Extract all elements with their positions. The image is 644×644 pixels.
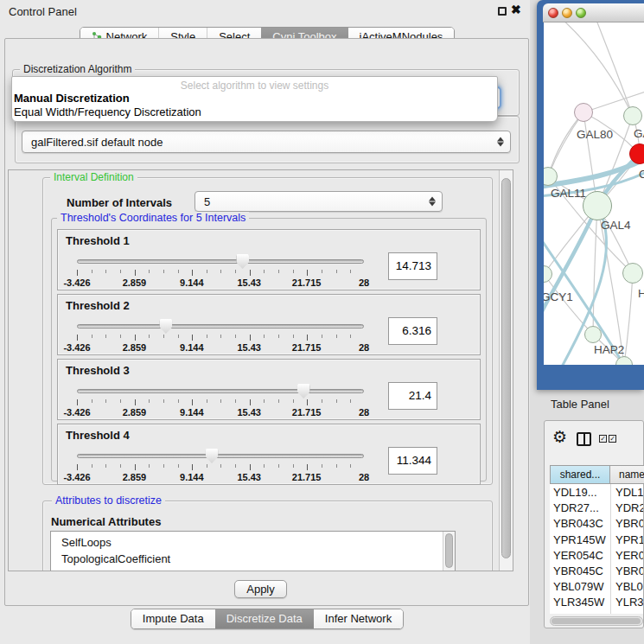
cell-name: YLR3 xyxy=(615,596,643,609)
threshold-4-label: Threshold 4 xyxy=(66,429,130,442)
table-row[interactable]: YER054CYER0 xyxy=(550,549,643,565)
threshold-1-value-field[interactable]: 14.713 xyxy=(388,252,437,280)
threshold-2-slider[interactable]: -3.4262.8599.14415.4321.71528 xyxy=(77,317,364,352)
tick-label: 2.859 xyxy=(123,407,147,418)
network-canvas[interactable]: GAL80GACGAL11GAL4GCY1HHAP2 xyxy=(544,22,644,365)
checkbox-icon: ✓ xyxy=(599,435,607,443)
slider-thumb[interactable] xyxy=(159,319,172,334)
threshold-3-slider[interactable]: -3.4262.8599.14415.4321.71528 xyxy=(77,382,364,417)
cell-shared-name: YPR145W xyxy=(553,533,606,546)
network-node[interactable] xyxy=(583,191,612,220)
slider-tick-labels: -3.4262.8599.14415.4321.71528 xyxy=(77,472,364,482)
tick-label: 15.43 xyxy=(237,472,261,482)
network-node[interactable] xyxy=(623,106,642,125)
close-icon[interactable]: ✖ xyxy=(511,3,521,16)
number-of-intervals-combobox[interactable]: 5 xyxy=(194,191,443,212)
numerical-attributes-label: Numerical Attributes xyxy=(51,515,161,528)
slider-track[interactable] xyxy=(77,389,364,393)
tick-label: 9.144 xyxy=(180,472,204,482)
column-header-name[interactable]: name xyxy=(610,465,644,484)
table-data-combobox[interactable]: galFiltered.sif default node xyxy=(22,131,511,153)
zoom-traffic-light[interactable] xyxy=(576,8,586,18)
attribute-list-item[interactable]: TopologicalCoefficient xyxy=(51,551,455,567)
network-window: GAL80GACGAL11GAL4GCY1HHAP2 xyxy=(537,0,644,390)
tab-discretize-data[interactable]: Discretize Data xyxy=(215,609,314,628)
network-node-label: GCY1 xyxy=(544,290,573,303)
network-node-label: GAL11 xyxy=(551,187,586,200)
bottom-tab-bar: Impute Data Discretize Data Infer Networ… xyxy=(0,609,534,629)
settings-scrollbar[interactable] xyxy=(499,170,513,571)
close-traffic-light[interactable] xyxy=(548,8,558,18)
slider-tick-labels: -3.4262.8599.14415.4321.71528 xyxy=(77,277,364,288)
list-scrollbar[interactable] xyxy=(443,532,455,571)
dropdown-option-equal-width[interactable]: Equal Width/Frequency Discretization xyxy=(12,105,497,119)
network-node-label: GA xyxy=(634,127,644,140)
cell-name: YPR1 xyxy=(615,533,643,546)
table-row[interactable]: YDR27...YDR2 xyxy=(550,501,643,518)
control-panel: Control Panel ✖ Network Style Select Cyn… xyxy=(0,0,534,644)
tick-label: 21.715 xyxy=(292,342,322,353)
attributes-groupbox: Attributes to discretize Numerical Attri… xyxy=(42,501,493,571)
dropdown-option-manual[interactable]: Manual Discretization xyxy=(12,92,497,105)
interval-definition-title: Interval Definition xyxy=(50,171,137,183)
table-row[interactable]: YDL19...YDL1 xyxy=(550,486,643,502)
table-row[interactable]: YBL079WYBL0 xyxy=(550,580,643,596)
scrollbar-thumb[interactable] xyxy=(501,178,511,558)
stepper-icon xyxy=(429,197,436,207)
network-node[interactable] xyxy=(584,326,602,343)
slider-track[interactable] xyxy=(77,454,364,458)
slider-thumb[interactable] xyxy=(236,254,249,269)
table-header-row: shared... name xyxy=(550,465,644,484)
slider-thumb[interactable] xyxy=(206,449,219,463)
table-row[interactable]: YPR145WYPR1 xyxy=(550,533,643,550)
attribute-list-item[interactable]: BetweennessCentrality xyxy=(51,567,455,571)
apply-button[interactable]: Apply xyxy=(234,580,287,598)
gear-icon[interactable]: ⚙ xyxy=(552,429,567,445)
table-row[interactable]: YBR043CYBR0 xyxy=(550,517,643,533)
slider-thumb[interactable] xyxy=(297,384,310,399)
slider-major-ticks xyxy=(77,335,365,341)
number-of-intervals-value: 5 xyxy=(204,195,210,208)
tab-infer-network[interactable]: Infer Network xyxy=(314,609,403,628)
attribute-list-item[interactable]: SelfLoops xyxy=(51,534,455,551)
network-node-label: GAL4 xyxy=(601,219,631,232)
network-node[interactable] xyxy=(622,263,643,284)
table-horizontal-scrollbar[interactable] xyxy=(550,616,643,626)
network-node[interactable] xyxy=(574,103,593,122)
threshold-4-slider[interactable]: -3.4262.8599.14415.4321.71528 xyxy=(77,447,364,481)
slider-track[interactable] xyxy=(77,324,364,328)
scrollbar-thumb[interactable] xyxy=(552,618,641,624)
stepper-icon xyxy=(497,137,504,147)
tick-label: -3.426 xyxy=(63,407,90,418)
minimize-traffic-light[interactable] xyxy=(562,8,572,18)
threshold-2-value-field[interactable]: 6.316 xyxy=(388,317,437,345)
select-columns-icons[interactable]: ✓ ✓ xyxy=(599,435,616,443)
network-window-titlebar[interactable] xyxy=(543,3,644,22)
scrollbar-thumb[interactable] xyxy=(445,533,453,568)
float-window-icon[interactable] xyxy=(498,7,507,16)
tick-label: 2.859 xyxy=(123,277,147,288)
tab-impute-data[interactable]: Impute Data xyxy=(131,609,215,628)
network-node-label: HAP2 xyxy=(594,343,624,356)
table-rows: YDL19...YDL1YDR27...YDR2YBR043CYBR0YPR14… xyxy=(550,484,643,614)
cell-shared-name: YER054C xyxy=(553,549,603,562)
interval-definition-groupbox: Interval Definition Number of Intervals … xyxy=(42,177,493,485)
tick-label: 28 xyxy=(359,472,369,482)
tick-label: -3.426 xyxy=(63,472,90,482)
network-node-label: C xyxy=(639,168,644,181)
table-row[interactable]: YLR345WYLR3 xyxy=(550,596,643,612)
numerical-attributes-list[interactable]: SelfLoopsTopologicalCoefficientBetweenne… xyxy=(50,531,456,571)
network-node[interactable] xyxy=(629,143,644,164)
threshold-4-value-field[interactable]: 11.344 xyxy=(388,447,437,475)
table-row[interactable]: YBR045CYBR0 xyxy=(550,564,643,581)
table-row[interactable]: YIL053CYIL0 xyxy=(550,612,643,614)
threshold-1-slider[interactable]: -3.4262.8599.14415.4321.71528 xyxy=(77,252,364,287)
split-columns-icon[interactable] xyxy=(577,432,591,446)
threshold-3-value-field[interactable]: 21.4 xyxy=(388,382,437,410)
column-header-shared-name[interactable]: shared... xyxy=(550,465,610,484)
slider-track[interactable] xyxy=(77,259,364,264)
tick-label: 9.144 xyxy=(180,342,204,353)
tick-label: -3.426 xyxy=(63,277,90,288)
threshold-4-row: Threshold 4 -3.4262.8599.14415.4321.7152… xyxy=(57,424,481,485)
tick-label: 15.43 xyxy=(237,277,261,288)
